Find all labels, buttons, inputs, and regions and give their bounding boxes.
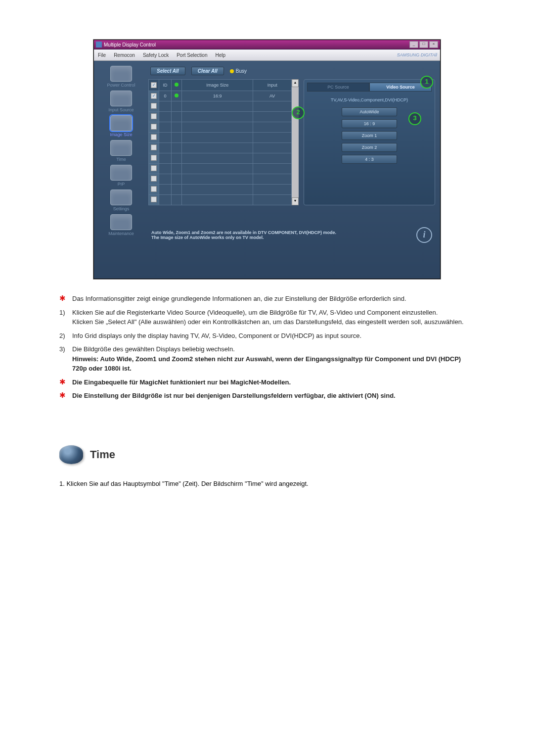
menu-help[interactable]: Help (211, 52, 229, 58)
table-row[interactable] (149, 133, 292, 143)
table-row[interactable] (149, 112, 292, 122)
menu-port-selection[interactable]: Port Selection (173, 52, 211, 58)
row-checkbox[interactable] (151, 134, 157, 140)
explain-star2: Die Eingabequelle für MagicNet funktioni… (72, 378, 291, 386)
power-on-icon (175, 94, 178, 97)
scroll-down-icon[interactable]: ▼ (292, 197, 299, 205)
table-row[interactable] (149, 185, 292, 195)
titlebar: Multiple Display Control _ □ × (94, 40, 440, 49)
menubar: File Remocon Safety Lock Port Selection … (94, 49, 440, 61)
main-area: Select All Clear All Busy ID (148, 61, 440, 279)
sidebar-item-pip[interactable]: PIP (94, 164, 148, 188)
settings-icon (110, 189, 132, 205)
time-section-icon (59, 445, 83, 464)
power-icon (110, 66, 132, 82)
row-checkbox[interactable] (151, 103, 157, 109)
app-screenshot: Multiple Display Control _ □ × File Remo… (30, 40, 504, 279)
sidebar-item-label: Image Size (110, 132, 132, 137)
footer-line1: Auto Wide, Zoom1 and Zoom2 are not avail… (151, 230, 415, 235)
option-autowide[interactable]: AutoWide (342, 107, 397, 116)
pip-icon (110, 165, 132, 181)
row-checkbox[interactable] (151, 186, 157, 192)
row-checkbox[interactable] (151, 176, 157, 182)
minimize-button[interactable]: _ (409, 41, 418, 48)
table-row[interactable] (149, 164, 292, 174)
sidebar-item-label: Settings (113, 206, 130, 211)
image-size-icon (110, 115, 132, 131)
cell-id: 0 (159, 91, 172, 101)
explanation-block: ✱ Das Informationsgitter zeigt einige gr… (59, 294, 475, 401)
sidebar-item-power-control[interactable]: Power Control (94, 65, 148, 89)
info-icon: i (416, 227, 432, 243)
busy-label: Busy (236, 68, 247, 74)
table-row[interactable]: 0 16:9 AV (149, 91, 292, 101)
table-row[interactable] (149, 122, 292, 133)
sidebar-item-input-source[interactable]: Input Source (94, 90, 148, 113)
clear-all-button[interactable]: Clear All (191, 67, 224, 75)
option-4-3[interactable]: 4 : 3 (342, 155, 397, 164)
grid-scrollbar[interactable]: ▲ ▼ (292, 79, 299, 205)
row-checkbox[interactable] (151, 196, 157, 202)
sidebar: Power Control Input Source Image Size Ti… (94, 61, 148, 279)
sidebar-item-time[interactable]: Time (94, 139, 148, 163)
table-row[interactable] (149, 143, 292, 153)
menu-safety-lock[interactable]: Safety Lock (139, 52, 173, 58)
close-button[interactable]: × (429, 41, 438, 48)
option-zoom2[interactable]: Zoom 2 (342, 143, 397, 152)
scroll-up-icon[interactable]: ▲ (292, 79, 299, 87)
sidebar-item-label: Input Source (108, 107, 134, 112)
star-bullet-icon: ✱ (59, 378, 66, 386)
maximize-button[interactable]: □ (419, 41, 428, 48)
row-checkbox[interactable] (151, 124, 157, 130)
image-size-panel: PC Source Video Source TV,AV,S-Video,Com… (304, 79, 435, 205)
window-title: Multiple Display Control (104, 42, 409, 47)
time-section-body: 1. Klicken Sie auf das Hauptsymbol "Time… (59, 479, 475, 489)
app-window: Multiple Display Control _ □ × File Remo… (93, 40, 441, 279)
sidebar-item-settings[interactable]: Settings (94, 189, 148, 212)
callout-2: 2 (292, 106, 305, 119)
sidebar-item-label: Maintenance (108, 231, 134, 236)
toolbar: Select All Clear All Busy (148, 65, 435, 79)
app-icon (96, 42, 102, 47)
explain-1a: Klicken Sie auf die Registerkarte Video … (72, 309, 438, 316)
col-check[interactable] (149, 80, 159, 91)
sidebar-item-label: PIP (118, 182, 125, 187)
explain-star1: Das Informationsgitter zeigt einige grun… (72, 294, 475, 304)
sidebar-item-label: Time (116, 157, 126, 162)
row-checkbox[interactable] (151, 93, 157, 99)
time-icon (110, 140, 132, 156)
explain-1b: Klicken Sie „Select All" (Alle auswählen… (72, 318, 464, 326)
sidebar-item-maintenance[interactable]: Maintenance (94, 213, 148, 237)
table-row[interactable] (149, 101, 292, 112)
option-zoom1[interactable]: Zoom 1 (342, 131, 397, 140)
cell-input: AV (253, 91, 292, 101)
menu-file[interactable]: File (94, 52, 110, 58)
star-bullet-icon: ✱ (59, 294, 66, 302)
row-checkbox[interactable] (151, 155, 157, 161)
num-bullet: 2) (59, 332, 65, 339)
input-source-icon (110, 91, 132, 106)
time-section-title: Time (90, 448, 115, 461)
callout-1: 1 (420, 76, 433, 89)
callout-3: 3 (408, 112, 421, 125)
explain-3b: Hinweis: Auto Wide, Zoom1 und Zoom2 steh… (72, 355, 461, 373)
col-image-size: Image Size (182, 80, 253, 91)
explain-star3: Die Einstellung der Bildgröße ist nur be… (72, 392, 396, 399)
busy-dot-icon (230, 69, 234, 73)
row-checkbox[interactable] (151, 113, 157, 119)
option-16-9[interactable]: 16 : 9 (342, 119, 397, 128)
col-id: ID (159, 80, 172, 91)
select-all-button[interactable]: Select All (150, 67, 185, 75)
menu-remocon[interactable]: Remocon (110, 52, 139, 58)
num-bullet: 1) (59, 309, 65, 316)
tab-pc-source[interactable]: PC Source (307, 83, 369, 92)
table-row[interactable] (149, 174, 292, 185)
row-checkbox[interactable] (151, 165, 157, 171)
row-checkbox[interactable] (151, 144, 157, 150)
table-row[interactable] (149, 195, 292, 205)
sidebar-item-image-size[interactable]: Image Size (94, 114, 148, 138)
table-row[interactable] (149, 153, 292, 164)
footer-note: Auto Wide, Zoom1 and Zoom2 are not avail… (148, 227, 435, 243)
explain-2: Info Grid displays only the display havi… (72, 331, 475, 341)
sidebar-item-label: Power Control (107, 83, 135, 88)
